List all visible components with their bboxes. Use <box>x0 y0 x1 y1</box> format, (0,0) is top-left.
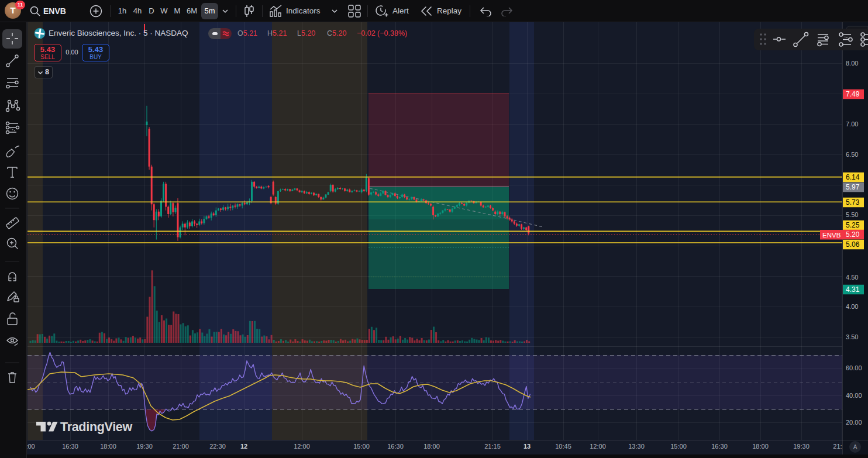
svg-text:13: 13 <box>523 443 531 450</box>
svg-text:TradingView: TradingView <box>60 420 133 434</box>
svg-text:16:30: 16:30 <box>387 443 404 450</box>
svg-text:18:00: 18:00 <box>752 443 769 450</box>
svg-text:5.06: 5.06 <box>846 240 860 249</box>
svg-text:4.00: 4.00 <box>846 303 858 310</box>
svg-text:6.14: 6.14 <box>846 173 860 181</box>
svg-text:5.50: 5.50 <box>846 211 858 218</box>
svg-text:7.00: 7.00 <box>846 120 858 128</box>
svg-text:5.73: 5.73 <box>846 198 860 206</box>
svg-text:4.50: 4.50 <box>846 274 858 281</box>
svg-text:4.31: 4.31 <box>846 285 860 294</box>
svg-text:21:15: 21:15 <box>484 443 501 450</box>
svg-text:12: 12 <box>240 443 247 450</box>
svg-text:12:00: 12:00 <box>294 443 310 450</box>
svg-text:18:00: 18:00 <box>100 443 116 450</box>
svg-text:7.49: 7.49 <box>846 90 860 98</box>
svg-text:3.50: 3.50 <box>846 333 858 340</box>
svg-text:19:30: 19:30 <box>793 443 810 450</box>
svg-text:5.25: 5.25 <box>846 221 860 229</box>
svg-text:5.20: 5.20 <box>846 230 860 239</box>
svg-text:12:00: 12:00 <box>590 443 606 450</box>
svg-text:22:30: 22:30 <box>209 443 226 450</box>
svg-text:5.97: 5.97 <box>846 183 860 191</box>
svg-text:16:30: 16:30 <box>62 443 78 450</box>
svg-text:15:00: 15:00 <box>670 443 687 450</box>
svg-text:10:45: 10:45 <box>555 443 571 450</box>
svg-text:16:30: 16:30 <box>711 443 728 450</box>
svg-text:18:00: 18:00 <box>423 443 440 450</box>
svg-text:A: A <box>853 444 857 450</box>
svg-text:40.00: 40.00 <box>846 392 862 399</box>
svg-text:60.00: 60.00 <box>846 364 862 371</box>
svg-text:20.00: 20.00 <box>846 419 862 426</box>
svg-text:13:30: 13:30 <box>628 443 645 450</box>
svg-text:15:00: 15:00 <box>353 443 370 450</box>
svg-text:21:: 21: <box>833 443 842 450</box>
svg-text:6.50: 6.50 <box>846 151 858 158</box>
svg-text:8.00: 8.00 <box>846 60 858 67</box>
svg-text:19:30: 19:30 <box>136 443 153 450</box>
svg-text:ENVB: ENVB <box>822 232 841 239</box>
svg-text:21:00: 21:00 <box>173 443 189 450</box>
